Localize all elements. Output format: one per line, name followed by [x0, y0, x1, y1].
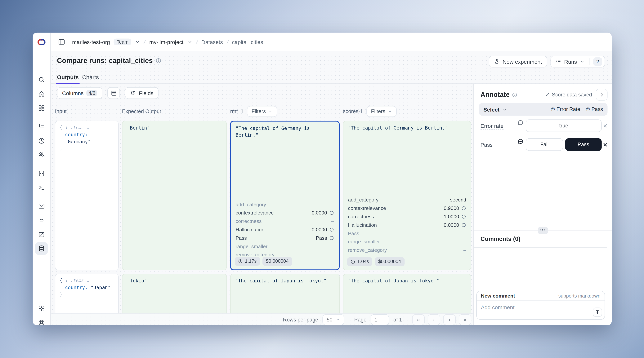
- clock-icon: [238, 259, 243, 263]
- comment-bubble-icon[interactable]: [518, 119, 526, 125]
- metric-row: Hallucination0.0000: [348, 221, 466, 229]
- metric-row: add_category–: [236, 200, 334, 209]
- spec-chip-error-rate[interactable]: ©Error Rate: [551, 106, 580, 112]
- comment-bubble-icon[interactable]: [329, 227, 334, 232]
- run1-output-cell[interactable]: "The capital of Japan is Tokyo.": [230, 274, 340, 314]
- help-lifebuoy-icon[interactable]: [38, 319, 45, 325]
- fields-button[interactable]: Fields: [125, 87, 158, 99]
- spec-select-dropdown[interactable]: Select: [484, 106, 507, 112]
- run2-filters-button[interactable]: Filters: [366, 106, 397, 117]
- comment-bubble-icon[interactable]: [329, 236, 334, 241]
- dashboard-grid-icon[interactable]: [38, 104, 45, 112]
- first-page-button[interactable]: «: [412, 314, 425, 325]
- resize-drag-handle[interactable]: [538, 227, 548, 234]
- row-height-button[interactable]: [108, 87, 120, 99]
- next-page-button[interactable]: ›: [443, 314, 456, 325]
- column-header-input: Input: [55, 106, 66, 117]
- runs-button[interactable]: Runs 2: [550, 56, 605, 67]
- org-logo[interactable]: [33, 33, 51, 51]
- metric-row: contextrelevance0.0000: [236, 209, 334, 217]
- new-experiment-label: New experiment: [502, 58, 542, 65]
- columns-count-badge: 4/6: [86, 90, 98, 96]
- metric-row: Hallucination0.0000: [236, 225, 334, 234]
- error-rate-input[interactable]: [526, 119, 602, 132]
- markdown-hint: supports markdown: [558, 293, 600, 298]
- traces-tree-icon[interactable]: [38, 123, 45, 130]
- comment-bubble-icon[interactable]: [461, 223, 466, 228]
- last-page-button[interactable]: »: [459, 314, 471, 325]
- annotate-title: Annotate: [480, 91, 510, 98]
- input-cell[interactable]: { 1 Items ⌄ country: "Germany" }: [55, 121, 119, 270]
- breadcrumb-separator: /: [144, 39, 146, 45]
- fields-list-icon: [130, 90, 136, 96]
- chevron-down-icon[interactable]: [187, 39, 192, 44]
- new-experiment-button[interactable]: New experiment: [489, 56, 547, 67]
- top-header: marlies-test-org Team / my-llm-project /…: [33, 33, 612, 51]
- sidebar-toggle-button[interactable]: [56, 36, 67, 47]
- evaluations-icon[interactable]: [38, 203, 45, 210]
- chevron-down-icon: [502, 107, 507, 112]
- breadcrumb-datasets[interactable]: Datasets: [202, 39, 223, 45]
- settings-gear-icon[interactable]: [38, 305, 45, 312]
- comment-bubble-icon[interactable]: [461, 214, 466, 219]
- page-number-input[interactable]: [371, 314, 389, 325]
- metric-row: correctness–: [236, 217, 334, 225]
- score-saved-status: ✓ Score data saved: [546, 92, 592, 98]
- comment-bubble-icon[interactable]: [329, 210, 334, 215]
- home-icon[interactable]: [38, 90, 45, 97]
- run2-output-cell[interactable]: "The capital of Japan is Tokyo.": [343, 274, 471, 314]
- terminal-icon[interactable]: [38, 184, 45, 191]
- metric-row: add_categorysecond: [348, 196, 466, 204]
- fail-option-button[interactable]: Fail: [526, 138, 563, 151]
- collapse-panel-button[interactable]: [596, 89, 608, 100]
- breadcrumb-page: capital_cities: [232, 39, 263, 45]
- drag-dots-icon: [540, 229, 545, 232]
- breadcrumb-org[interactable]: marlies-test-org: [72, 39, 110, 45]
- columns-button[interactable]: Columns 4/6: [57, 87, 102, 99]
- input-cell[interactable]: { 1 Items ⌄ country: "Japan" }: [55, 274, 119, 314]
- tab-outputs[interactable]: Outputs: [57, 71, 79, 84]
- run2-output-cell[interactable]: "The capital of Germany is Berlin." add_…: [343, 121, 471, 270]
- comment-bubble-filled-icon[interactable]: [518, 138, 526, 144]
- run1-filters-button[interactable]: Filters: [247, 106, 277, 117]
- comment-bubble-icon[interactable]: [461, 206, 466, 211]
- copyright-icon: ©: [586, 106, 590, 112]
- chevron-down-icon[interactable]: ⌄: [87, 125, 90, 130]
- info-icon[interactable]: [156, 58, 162, 63]
- clear-error-rate-button[interactable]: ✕: [603, 123, 608, 129]
- search-icon[interactable]: [38, 76, 45, 83]
- run1-output-cell-selected[interactable]: "The capital of Germany is Berlin." add_…: [230, 121, 340, 270]
- expected-output-cell[interactable]: "Tokio": [122, 274, 227, 314]
- breadcrumb-project[interactable]: my-llm-project: [149, 39, 184, 45]
- annotation-clipboard-icon[interactable]: [38, 231, 45, 238]
- history-clock-icon[interactable]: [38, 137, 45, 144]
- main-content: Compare runs: capital_cities New experim…: [51, 51, 612, 325]
- latency-pill: 1.04s: [347, 257, 372, 266]
- upload-arrow-icon: [595, 310, 600, 315]
- pass-label: Pass: [480, 141, 518, 148]
- comment-input[interactable]: Add comment...: [481, 304, 519, 311]
- datasets-database-icon[interactable]: [38, 245, 45, 252]
- code-file-icon[interactable]: [38, 170, 45, 177]
- prev-page-button[interactable]: ‹: [428, 314, 440, 325]
- metric-row: contextrelevance0.9000: [348, 204, 466, 213]
- metrics-list: add_categorysecond contextrelevance0.900…: [344, 196, 471, 257]
- rows-per-page-select[interactable]: 50: [322, 314, 344, 325]
- flask-icon: [494, 59, 500, 65]
- pass-option-button-selected[interactable]: Pass: [565, 138, 602, 151]
- submit-comment-button[interactable]: [593, 308, 602, 317]
- copyright-icon: ©: [551, 106, 554, 112]
- clear-pass-button[interactable]: ✕: [603, 141, 608, 148]
- page-of-label: of 1: [394, 317, 402, 323]
- chevron-down-icon[interactable]: ⌄: [87, 278, 90, 283]
- lamp-icon[interactable]: [38, 217, 45, 224]
- users-icon[interactable]: [38, 151, 45, 158]
- metric-row: correctness1.0000: [348, 212, 466, 221]
- expected-output-cell[interactable]: "Berlin": [122, 121, 227, 270]
- chevron-down-icon[interactable]: [135, 39, 140, 44]
- spec-chip-pass[interactable]: ©Pass: [586, 106, 603, 112]
- info-icon[interactable]: [512, 92, 518, 97]
- column-header-expected: Expected Output: [122, 106, 161, 117]
- tab-charts[interactable]: Charts: [82, 71, 99, 84]
- breadcrumb: marlies-test-org Team / my-llm-project /…: [72, 38, 263, 45]
